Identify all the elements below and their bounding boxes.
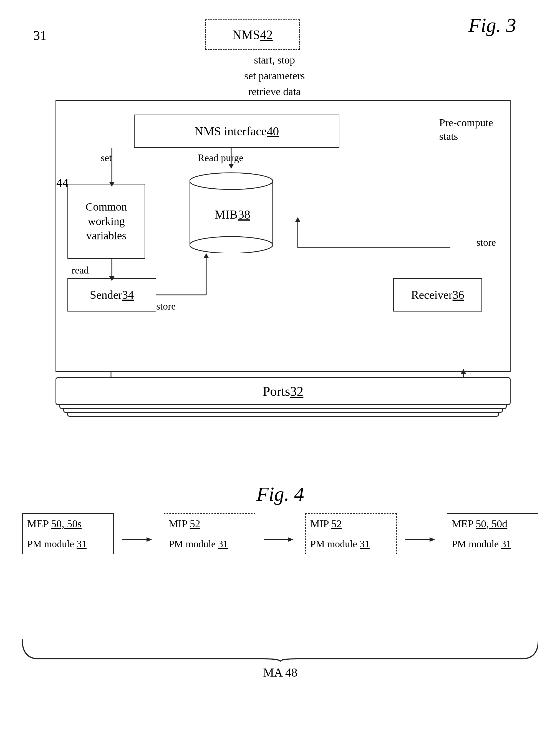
ports-label: Ports <box>263 383 290 399</box>
mip-52-top-1: MIP 52 <box>164 514 255 534</box>
arrow-svg-1 <box>122 535 155 544</box>
mep-50d-box: MEP 50, 50d PM module 31 <box>447 513 538 554</box>
mip-52-box-2: MIP 52 PM module 31 <box>305 513 397 554</box>
read-purge-label: Read purge <box>198 152 243 164</box>
fig4-label: Fig. 4 <box>256 483 304 506</box>
mep-50s-top: MEP 50, 50s <box>23 514 113 534</box>
svg-marker-19 <box>295 217 301 222</box>
receiver-box: Receiver 36 <box>393 278 482 312</box>
svg-marker-16 <box>203 253 209 258</box>
nms-commands-text: start, stopset parametersretrieve data <box>244 52 305 100</box>
fig3-diagram: Fig. 3 31 NMS 42 start, stopset paramete… <box>17 11 544 441</box>
fig4-diagram: Fig. 4 MEP 50, 50s PM module 31 MIP 52 P… <box>17 480 544 718</box>
nms-interface-number: 40 <box>267 124 279 138</box>
mep-50s-box: MEP 50, 50s PM module 31 <box>22 513 114 554</box>
sender-box: Sender 34 <box>67 278 156 312</box>
receiver-number: 36 <box>453 288 464 302</box>
arrow-svg-2 <box>264 535 297 544</box>
mip-52-bottom-2: PM module 31 <box>306 534 396 554</box>
fig4-nodes: MEP 50, 50s PM module 31 MIP 52 PM modul… <box>17 513 544 554</box>
fig4-arrow-3 <box>400 535 444 544</box>
brace-svg <box>22 639 538 662</box>
fig3-label: Fig. 3 <box>468 14 516 37</box>
main-rect: NMS interface 40 Pre-computestats 44 set… <box>56 100 511 372</box>
svg-text:38: 38 <box>238 208 250 221</box>
common-vars-box: Commonworkingvariables <box>67 184 145 259</box>
svg-marker-29 <box>430 537 435 542</box>
fig4-arrow-2 <box>258 535 302 544</box>
mep-50d-bottom: PM module 31 <box>447 534 538 554</box>
svg-point-4 <box>190 237 273 253</box>
ma-label: MA 48 <box>22 665 538 680</box>
ports-box: Ports 32 <box>56 377 511 405</box>
fig4-arrow-1 <box>117 535 161 544</box>
mip-52-box-1: MIP 52 PM module 31 <box>164 513 255 554</box>
svg-point-5 <box>190 173 273 190</box>
diagram-number-31: 31 <box>33 28 47 43</box>
sender-label: Sender <box>90 288 122 302</box>
receiver-label: Receiver <box>411 288 452 302</box>
label-44: 44 <box>56 176 69 190</box>
store-sender-label: store <box>156 301 176 312</box>
fig4-node-4: MEP 50, 50d PM module 31 <box>447 513 538 554</box>
ports-wrapper: Ports 32 <box>56 377 511 435</box>
fig4-node-3: MIP 52 PM module 31 <box>305 513 397 554</box>
arrow-svg-3 <box>405 535 438 544</box>
read-label: read <box>72 264 89 276</box>
nms-interface-box: NMS interface 40 <box>134 115 339 148</box>
mip-52-top-2: MIP 52 <box>306 514 396 534</box>
svg-text:MIB: MIB <box>215 208 238 221</box>
mip-52-bottom-1: PM module 31 <box>164 534 255 554</box>
svg-marker-25 <box>147 537 152 542</box>
nms-interface-label: NMS interface <box>195 124 267 138</box>
store-receiver-label: store <box>476 237 496 248</box>
mep-50d-top: MEP 50, 50d <box>447 514 538 534</box>
nms-number: 42 <box>260 27 273 42</box>
pre-compute-text: Pre-computestats <box>439 116 493 143</box>
sender-number: 34 <box>122 288 134 302</box>
fig4-node-1: MEP 50, 50s PM module 31 <box>22 513 114 554</box>
brace-area: MA 48 <box>22 639 538 680</box>
mep-50s-bottom: PM module 31 <box>23 534 113 554</box>
mib-container: MIB 38 <box>190 165 273 253</box>
nms-box: NMS 42 <box>205 19 300 50</box>
ports-number: 32 <box>290 383 303 399</box>
svg-marker-27 <box>288 537 294 542</box>
set-label: set <box>101 152 112 164</box>
nms-label: NMS <box>232 27 260 42</box>
mib-cylinder-svg: MIB 38 <box>190 165 273 253</box>
fig4-node-2: MIP 52 PM module 31 <box>164 513 255 554</box>
